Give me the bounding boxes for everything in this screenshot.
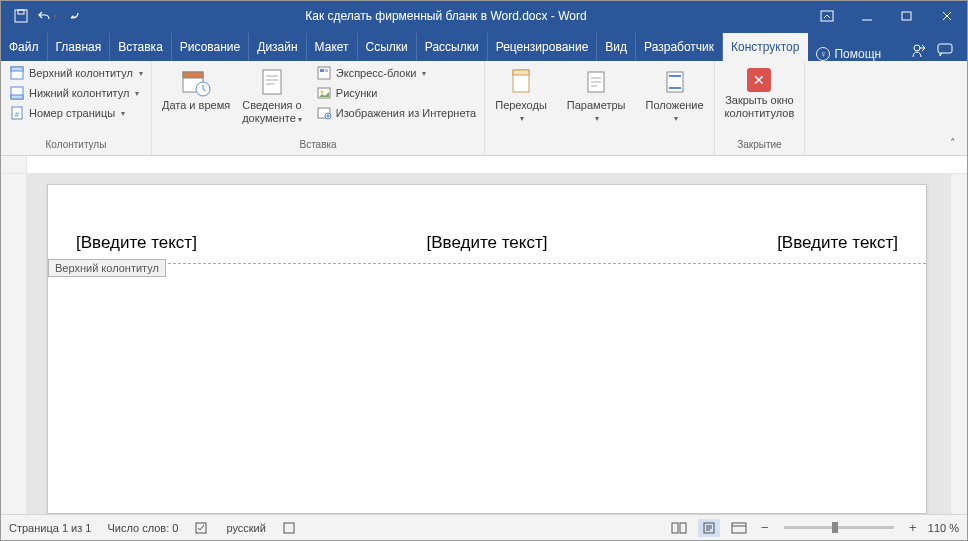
svg-point-4 bbox=[914, 45, 920, 51]
svg-rect-29 bbox=[672, 523, 678, 533]
quick-parts-button[interactable]: Экспресс-блоки▾ bbox=[312, 64, 480, 82]
header-tag: Верхний колонтитул bbox=[48, 259, 166, 277]
page: [Введите текст] [Введите текст] [Введите… bbox=[47, 184, 927, 514]
date-time-button[interactable]: Дата и время bbox=[156, 64, 236, 112]
svg-rect-13 bbox=[183, 72, 203, 78]
zoom-slider[interactable] bbox=[784, 526, 894, 529]
svg-rect-5 bbox=[938, 44, 952, 53]
group-header-footer: Верхний колонтитул▾ Нижний колонтитул▾ #… bbox=[1, 61, 152, 155]
page-count[interactable]: Страница 1 из 1 bbox=[9, 522, 91, 534]
title-bar: ▾ Как сделать фирменный бланк в Word.doc… bbox=[1, 1, 967, 31]
save-button[interactable] bbox=[9, 4, 33, 28]
tab-home[interactable]: Главная bbox=[48, 33, 111, 61]
svg-rect-17 bbox=[320, 69, 324, 72]
page-canvas[interactable]: [Введите текст] [Введите текст] [Введите… bbox=[27, 174, 950, 514]
svg-rect-30 bbox=[680, 523, 686, 533]
header-boundary-line bbox=[48, 263, 926, 264]
ribbon-display-options[interactable] bbox=[807, 1, 847, 31]
tab-file[interactable]: Файл bbox=[1, 33, 48, 61]
header-right-placeholder[interactable]: [Введите текст] bbox=[777, 233, 898, 253]
goto-button[interactable]: Переходы▾ bbox=[489, 64, 553, 125]
tab-draw[interactable]: Рисование bbox=[172, 33, 249, 61]
header-left-placeholder[interactable]: [Введите текст] bbox=[76, 233, 197, 253]
group-navigation: Переходы▾ bbox=[485, 61, 557, 155]
svg-rect-1 bbox=[18, 10, 24, 14]
tab-design[interactable]: Дизайн bbox=[249, 33, 306, 61]
svg-rect-32 bbox=[732, 523, 746, 533]
zoom-out-button[interactable]: − bbox=[758, 521, 772, 535]
maximize-button[interactable] bbox=[887, 1, 927, 31]
redo-button[interactable] bbox=[61, 4, 85, 28]
close-icon: ✕ bbox=[747, 68, 771, 92]
comments-icon[interactable] bbox=[937, 42, 955, 61]
svg-rect-15 bbox=[263, 70, 281, 94]
group-close: ✕ Закрыть окноколонтитулов Закрытие bbox=[715, 61, 806, 155]
header-button[interactable]: Верхний колонтитул▾ bbox=[5, 64, 147, 82]
zoom-thumb[interactable] bbox=[832, 522, 838, 533]
tab-constructor[interactable]: Конструктор bbox=[723, 33, 808, 61]
svg-rect-24 bbox=[513, 70, 529, 75]
svg-rect-0 bbox=[15, 10, 27, 22]
language[interactable]: русский bbox=[226, 522, 265, 534]
share-icon[interactable] bbox=[911, 42, 927, 61]
horizontal-ruler[interactable] bbox=[1, 156, 967, 174]
vertical-ruler[interactable] bbox=[1, 174, 27, 514]
tab-mail[interactable]: Рассылки bbox=[417, 33, 488, 61]
tab-review[interactable]: Рецензирование bbox=[488, 33, 598, 61]
svg-point-20 bbox=[320, 91, 323, 94]
tab-insert[interactable]: Вставка bbox=[110, 33, 172, 61]
print-layout-button[interactable] bbox=[698, 519, 720, 537]
vertical-scrollbar[interactable] bbox=[950, 174, 967, 514]
ribbon-tabs: Файл Главная Вставка Рисование Дизайн Ма… bbox=[1, 31, 967, 61]
footer-button[interactable]: Нижний колонтитул▾ bbox=[5, 84, 147, 102]
online-pictures-button[interactable]: Изображения из Интернета bbox=[312, 104, 480, 122]
svg-rect-2 bbox=[821, 11, 833, 21]
page-number-button[interactable]: #Номер страницы▾ bbox=[5, 104, 147, 122]
document-area: [Введите текст] [Введите текст] [Введите… bbox=[1, 174, 967, 514]
tab-layout[interactable]: Макет bbox=[307, 33, 358, 61]
group-options: Параметры▾ bbox=[557, 61, 636, 155]
svg-rect-9 bbox=[11, 95, 23, 99]
tab-refs[interactable]: Ссылки bbox=[358, 33, 417, 61]
collapse-ribbon-button[interactable]: ˄ bbox=[945, 135, 961, 151]
svg-rect-18 bbox=[325, 69, 328, 72]
lightbulb-icon: ♀ bbox=[816, 47, 830, 61]
options-button[interactable]: Параметры▾ bbox=[561, 64, 632, 125]
word-count[interactable]: Число слов: 0 bbox=[107, 522, 178, 534]
undo-button[interactable]: ▾ bbox=[35, 4, 59, 28]
window-title: Как сделать фирменный бланк в Word.docx … bbox=[85, 9, 807, 23]
close-header-footer-button[interactable]: ✕ Закрыть окноколонтитулов bbox=[719, 64, 801, 120]
doc-info-button[interactable]: Сведения одокументе▾ bbox=[236, 64, 308, 126]
svg-rect-7 bbox=[11, 67, 23, 71]
header-edit-zone[interactable]: [Введите текст] [Введите текст] [Введите… bbox=[48, 185, 926, 263]
svg-text:#: # bbox=[15, 110, 20, 119]
read-mode-button[interactable] bbox=[668, 519, 690, 537]
zoom-level[interactable]: 110 % bbox=[928, 522, 959, 534]
status-bar: Страница 1 из 1 Число слов: 0 русский − … bbox=[1, 514, 967, 540]
ribbon: Верхний колонтитул▾ Нижний колонтитул▾ #… bbox=[1, 61, 967, 156]
header-center-placeholder[interactable]: [Введите текст] bbox=[427, 233, 548, 253]
tab-dev[interactable]: Разработчик bbox=[636, 33, 723, 61]
position-button[interactable]: Положение▾ bbox=[639, 64, 709, 125]
spellcheck-icon[interactable] bbox=[194, 521, 210, 535]
web-layout-button[interactable] bbox=[728, 519, 750, 537]
close-window-button[interactable] bbox=[927, 1, 967, 31]
svg-rect-16 bbox=[318, 67, 330, 79]
zoom-in-button[interactable]: + bbox=[906, 521, 920, 535]
tell-me-box[interactable]: ♀ Помощн bbox=[816, 47, 881, 61]
tab-view[interactable]: Вид bbox=[597, 33, 636, 61]
minimize-button[interactable] bbox=[847, 1, 887, 31]
group-position: Положение▾ bbox=[635, 61, 714, 155]
svg-rect-28 bbox=[284, 523, 294, 533]
svg-rect-3 bbox=[902, 12, 911, 20]
macro-icon[interactable] bbox=[282, 521, 296, 535]
group-insert: Дата и время Сведения одокументе▾ Экспре… bbox=[152, 61, 485, 155]
pictures-button[interactable]: Рисунки bbox=[312, 84, 480, 102]
